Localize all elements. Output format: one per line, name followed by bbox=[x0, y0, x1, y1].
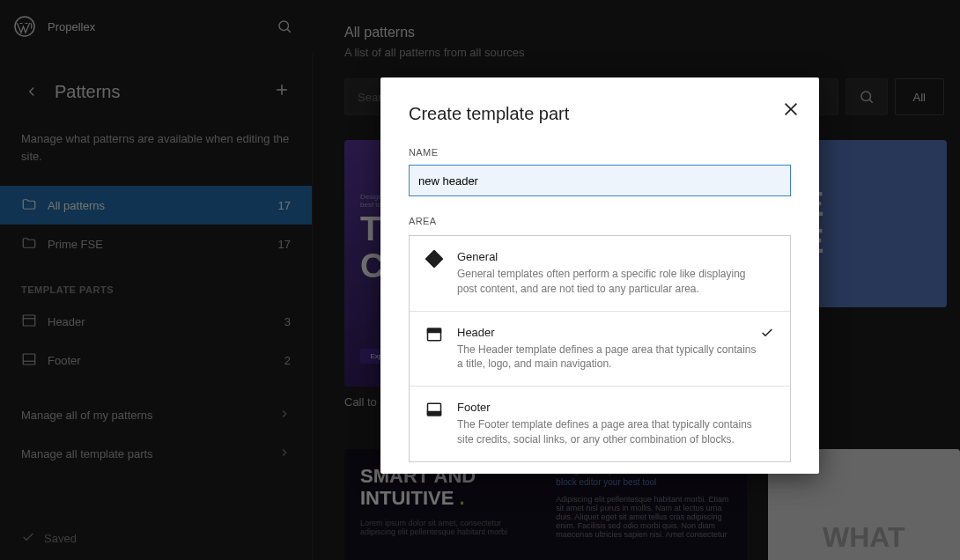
area-name: Footer bbox=[457, 401, 757, 414]
create-template-part-modal: Create template part NAME AREA General G… bbox=[380, 77, 819, 474]
selected-check-icon bbox=[760, 326, 774, 343]
area-option-list: General General templates often perform … bbox=[409, 235, 791, 462]
area-option-header[interactable]: Header The Header template defines a pag… bbox=[410, 312, 790, 387]
area-description: General templates often perform a specif… bbox=[457, 267, 757, 297]
area-field-label: AREA bbox=[409, 216, 791, 226]
svg-rect-17 bbox=[428, 412, 441, 416]
general-icon bbox=[425, 250, 443, 268]
template-part-name-input[interactable] bbox=[409, 165, 791, 196]
modal-title: Create template part bbox=[409, 104, 791, 124]
svg-rect-13 bbox=[425, 250, 443, 268]
header-icon bbox=[425, 326, 443, 343]
name-field-label: NAME bbox=[409, 147, 791, 158]
area-description: The Header template defines a page area … bbox=[457, 343, 757, 372]
close-button[interactable] bbox=[779, 97, 803, 122]
area-option-general[interactable]: General General templates often perform … bbox=[410, 236, 790, 312]
area-option-footer[interactable]: Footer The Footer template defines a pag… bbox=[410, 387, 790, 461]
svg-rect-15 bbox=[428, 328, 441, 332]
area-description: The Footer template defines a page area … bbox=[457, 417, 757, 447]
area-name: Header bbox=[457, 326, 757, 339]
area-name: General bbox=[457, 250, 757, 263]
footer-icon bbox=[425, 401, 443, 418]
